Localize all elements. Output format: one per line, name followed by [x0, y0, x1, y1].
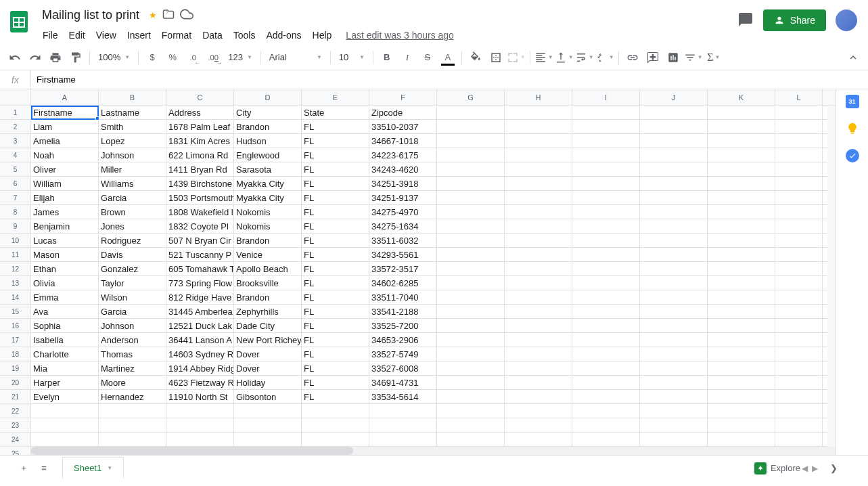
column-header-K[interactable]: K — [708, 89, 775, 105]
cell[interactable]: Harper — [31, 376, 99, 389]
cell[interactable] — [775, 333, 823, 347]
cell[interactable]: Sophia — [31, 319, 99, 332]
cell[interactable]: Williams — [99, 177, 166, 190]
cell[interactable]: 33510-2037 — [369, 120, 437, 133]
cell[interactable]: Brandon — [234, 120, 302, 133]
menu-view[interactable]: View — [91, 27, 121, 43]
cell[interactable] — [572, 219, 640, 233]
cell[interactable] — [775, 290, 823, 304]
cell[interactable]: Brooksville — [234, 276, 302, 290]
cell[interactable]: Dover — [234, 347, 302, 361]
row-header[interactable]: 5 — [0, 162, 30, 177]
cell[interactable]: 4623 Fietzway R — [166, 376, 234, 389]
cell[interactable] — [708, 390, 775, 403]
cell[interactable] — [302, 418, 369, 432]
cell[interactable]: 1808 Wakefield l — [166, 205, 234, 219]
vertical-scrollbar[interactable] — [827, 106, 836, 447]
cell[interactable] — [775, 234, 823, 247]
cell[interactable] — [708, 120, 775, 133]
row-header[interactable]: 23 — [0, 418, 30, 433]
cell[interactable]: 1411 Bryan Rd — [166, 162, 234, 176]
cell[interactable] — [505, 177, 572, 190]
cell[interactable]: Thomas — [99, 347, 166, 361]
cell[interactable] — [708, 347, 775, 361]
star-icon[interactable]: ★ — [149, 10, 157, 20]
cell[interactable]: Myakka City — [234, 177, 302, 190]
row-header[interactable]: 15 — [0, 305, 30, 319]
cell[interactable] — [640, 276, 708, 290]
cell[interactable] — [640, 361, 708, 375]
column-header-I[interactable]: I — [572, 89, 640, 105]
cell[interactable]: 33534-5614 — [369, 390, 437, 403]
cell[interactable] — [640, 162, 708, 176]
cell[interactable]: Myakka City — [234, 191, 302, 204]
cell[interactable] — [640, 376, 708, 389]
cell[interactable]: FL — [302, 148, 369, 162]
cell[interactable] — [505, 305, 572, 318]
cell[interactable] — [775, 305, 823, 318]
horizontal-scrollbar[interactable] — [31, 447, 836, 455]
cell[interactable] — [505, 248, 572, 261]
cell[interactable]: Taylor — [99, 276, 166, 290]
cell[interactable] — [437, 404, 505, 418]
cell[interactable] — [708, 418, 775, 432]
cell[interactable] — [505, 290, 572, 304]
row-header[interactable]: 8 — [0, 205, 30, 219]
cell[interactable] — [437, 333, 505, 347]
cell[interactable] — [708, 333, 775, 347]
cell[interactable]: 34293-5561 — [369, 248, 437, 261]
cell[interactable]: Elijah — [31, 191, 99, 204]
cell[interactable]: Mason — [31, 248, 99, 261]
strikethrough-button[interactable]: S — [418, 48, 437, 67]
menu-insert[interactable]: Insert — [122, 27, 156, 43]
cell[interactable]: Olivia — [31, 276, 99, 290]
cell[interactable]: Dade City — [234, 319, 302, 332]
cell[interactable] — [99, 404, 166, 418]
cell[interactable]: Holiday — [234, 376, 302, 389]
cell[interactable] — [708, 148, 775, 162]
cell[interactable] — [572, 319, 640, 332]
cell[interactable] — [31, 404, 99, 418]
cloud-status-icon[interactable] — [180, 7, 193, 23]
sheet-tab-1[interactable]: Sheet1▼ — [62, 457, 124, 479]
cell[interactable] — [505, 404, 572, 418]
cell[interactable] — [708, 219, 775, 233]
row-header[interactable]: 14 — [0, 290, 30, 305]
insert-link-button[interactable] — [623, 48, 642, 67]
cell[interactable] — [775, 319, 823, 332]
cell[interactable]: 34223-6175 — [369, 148, 437, 162]
cell[interactable]: Nokomis — [234, 205, 302, 219]
cell[interactable] — [437, 106, 505, 119]
cell[interactable] — [505, 120, 572, 133]
cell[interactable] — [708, 319, 775, 332]
cell[interactable] — [572, 177, 640, 190]
cell[interactable] — [708, 433, 775, 446]
cell[interactable] — [572, 333, 640, 347]
cell[interactable] — [708, 162, 775, 176]
cell[interactable] — [505, 418, 572, 432]
cell[interactable] — [708, 106, 775, 119]
cell[interactable] — [572, 433, 640, 446]
cell[interactable]: FL — [302, 333, 369, 347]
row-header[interactable]: 11 — [0, 248, 30, 262]
cell[interactable] — [437, 248, 505, 261]
cell[interactable]: Benjamin — [31, 219, 99, 233]
cell[interactable]: 34275-1634 — [369, 219, 437, 233]
cell[interactable] — [640, 262, 708, 275]
cell[interactable] — [505, 162, 572, 176]
cell[interactable]: 1503 Portsmouth — [166, 191, 234, 204]
cell[interactable] — [708, 234, 775, 247]
cell[interactable]: 34251-9137 — [369, 191, 437, 204]
explore-button[interactable]: ✦ Explore — [754, 462, 800, 474]
cell[interactable] — [640, 120, 708, 133]
row-header[interactable]: 18 — [0, 347, 30, 361]
cell[interactable]: 12521 Duck Lak — [166, 319, 234, 332]
cell[interactable] — [640, 219, 708, 233]
cell[interactable] — [572, 276, 640, 290]
cell[interactable] — [708, 205, 775, 219]
italic-button[interactable]: I — [398, 48, 417, 67]
cell[interactable] — [572, 148, 640, 162]
cell[interactable] — [708, 177, 775, 190]
cell[interactable]: 773 Spring Flow — [166, 276, 234, 290]
cell[interactable]: Sarasota — [234, 162, 302, 176]
